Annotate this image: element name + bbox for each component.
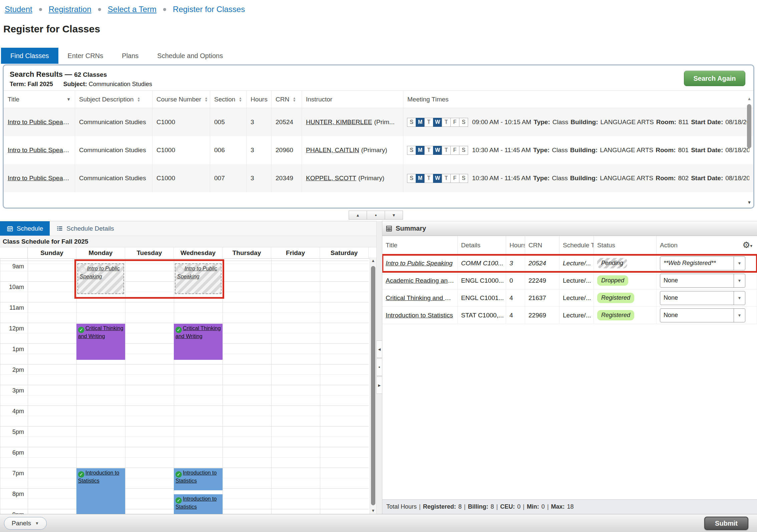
total-hours-bar: Total Hours | Registered:8 | Billing:8 |… [382,499,757,514]
sort-icon[interactable]: ▲▼ [137,97,140,102]
settings-gear-icon[interactable]: ⚙▾ [742,240,752,251]
column-header-course-number[interactable]: Course Number ▲▼ [152,91,210,108]
chevron-down-icon: ▾ [750,243,752,248]
chevron-down-icon: ▼ [734,257,745,270]
meeting-days: SMTWTFS [407,118,468,127]
action-dropdown[interactable]: None ▼ [660,308,745,322]
calendar-day-header: Sunday Monday Tuesday Wednesday Thursday… [0,247,376,259]
table-row: Intro to Public Speaking Communication S… [4,136,753,164]
search-results-table: Title ▼ Subject Description ▲▼ Course Nu… [4,90,753,192]
tab-schedule-details[interactable]: Schedule Details [50,221,121,236]
chevron-down-icon: ▼ [734,291,745,305]
sort-icon[interactable]: ▲▼ [239,97,242,102]
panel-resize-controls: ▲ ● ▼ [349,211,403,220]
summary-course-link[interactable]: Academic Reading and ... [386,277,454,284]
breadcrumb-registration[interactable]: Registration [49,5,91,14]
scrollbar-thumb[interactable] [371,266,375,505]
course-title-link[interactable]: Intro to Public Speaking [8,147,71,154]
scroll-down-icon[interactable]: ▼ [370,508,376,513]
column-header-subject-description[interactable]: Subject Description ▲▼ [75,91,152,108]
summary-table-icon [386,225,392,232]
tab-schedule[interactable]: Schedule [0,221,50,236]
summary-spacer [382,324,757,499]
instructor-link[interactable]: PHALEN, CAITLIN [306,147,359,154]
search-results-header: Search Results — 62 Classes Term: Fall 2… [4,65,753,90]
instructor-link[interactable]: KOPPEL, SCOTT [306,175,356,182]
meeting-times-text: 10:30 AM - 11:45 AM Type:Class Building:… [472,175,749,182]
calendar-event-pending[interactable]: ✓Intro to Public Speaking [77,263,124,294]
search-results-table-header: Title ▼ Subject Description ▲▼ Course Nu… [4,91,753,108]
breadcrumb-separator-icon [98,8,101,11]
calendar-icon [7,225,13,232]
time-label: 12pm [0,325,24,332]
tab-find-classes[interactable]: Find Classes [1,48,58,64]
scroll-up-icon[interactable]: ▲ [746,96,752,101]
triangle-down-icon: ▼ [392,213,396,218]
page-title: Register for Classes [3,23,100,35]
expand-up-button[interactable]: ▲ [349,211,367,220]
action-dropdown[interactable]: None ▼ [660,291,745,305]
summary-rows: Intro to Public Speaking COMM C100... 3 … [382,255,757,324]
column-header-title[interactable]: Title ▼ [4,91,75,108]
breadcrumb-student[interactable]: Student [5,5,32,14]
schedule-panel: Schedule Schedule Details Class Schedule… [0,221,376,514]
calendar-event-registered[interactable]: ✓Critical Thinking and Writing [76,324,125,360]
course-title-link[interactable]: Intro to Public Speaking [8,175,71,182]
calendar-event-pending[interactable]: ✓Intro to Public Speaking [175,263,222,294]
day-header-sunday: Sunday [28,247,76,258]
calendar-event-registered[interactable]: ✓Critical Thinking and Writing [174,324,223,360]
check-icon: ✓ [78,327,84,333]
summary-course-link[interactable]: Introduction to Statistics [386,312,453,319]
calendar-event-registered[interactable]: ✓Introduction to Statistics [174,494,223,514]
action-dropdown[interactable]: None ▼ [660,274,745,288]
scrollbar-thumb[interactable] [747,104,751,148]
summary-column-details: Details [458,236,506,254]
time-label: 8pm [0,491,24,498]
summary-column-action: Action [657,236,757,254]
check-icon: ✓ [175,327,182,333]
tab-plans[interactable]: Plans [112,48,148,64]
check-icon: ✓ [175,471,182,478]
results-scrollbar[interactable]: ▲ ▼ [746,96,752,205]
instructor-link[interactable]: HUNTER, KIMBERLEE [306,118,372,126]
column-header-section[interactable]: Section ▲▼ [210,91,246,108]
summary-column-status: Status [594,236,657,254]
summary-course-link[interactable]: Critical Thinking and Wr... [386,294,454,302]
check-icon: ✓ [177,267,183,273]
expand-down-button[interactable]: ▼ [385,211,403,220]
scroll-down-icon[interactable]: ▼ [746,200,752,205]
calendar-event-registered[interactable]: ✓Introduction to Statistics [174,468,223,490]
sort-desc-icon[interactable]: ▼ [66,97,71,102]
tab-enter-crns[interactable]: Enter CRNs [58,48,113,64]
schedule-scrollbar[interactable]: ▲ ▼ [370,257,376,514]
summary-course-link[interactable]: Intro to Public Speaking [386,260,453,267]
breadcrumb-select-a-term[interactable]: Select a Term [108,5,156,14]
sort-icon[interactable]: ▲▼ [205,97,208,102]
schedule-heading: Class Schedule for Fall 2025 [0,236,376,247]
search-again-button[interactable]: Search Again [684,71,745,86]
chevron-down-icon: ▼ [734,309,745,322]
summary-row-pending: Intro to Public Speaking COMM C100... 3 … [382,255,757,272]
reset-split-button[interactable]: ● [376,358,382,376]
course-title-link[interactable]: Intro to Public Speaking [8,118,71,126]
collapse-left-button[interactable]: ◀ [376,340,382,358]
reset-split-button[interactable]: ● [367,211,385,220]
meeting-days: SMTWTFS [407,174,468,183]
footer-bar: Panels ▼ Submit [0,514,757,532]
day-header-thursday: Thursday [223,247,271,258]
sort-icon[interactable]: ▲▼ [293,97,296,102]
instructor-note: (Primary) [361,147,387,154]
scroll-up-icon[interactable]: ▲ [370,258,376,263]
column-header-crn[interactable]: CRN ▲▼ [271,91,302,108]
calendar-event-registered[interactable]: ✓Introduction to Statistics [76,468,125,514]
panels-button[interactable]: Panels ▼ [4,517,47,530]
tab-schedule-and-options[interactable]: Schedule and Options [148,48,232,64]
panel-divider[interactable]: ◀ ● ▶ [376,221,382,514]
status-badge: Registered [597,293,634,303]
schedule-tabs: Schedule Schedule Details [0,221,376,236]
collapse-right-button[interactable]: ▶ [376,376,382,394]
time-label: 1pm [0,346,24,353]
action-dropdown[interactable]: **Web Registered** ▼ [660,256,745,270]
submit-button[interactable]: Submit [704,517,748,530]
summary-column-crn: CRN [525,236,559,254]
